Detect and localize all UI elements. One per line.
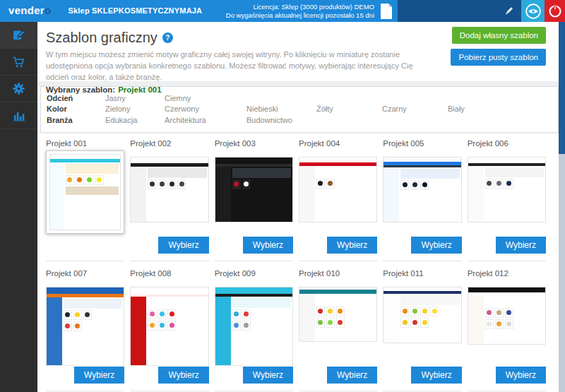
bar-chart-icon <box>12 109 25 122</box>
vendero-logo[interactable]: vendero <box>0 0 51 22</box>
filter-row: BranżaEdukacjaArchitekturaBudownictwo <box>47 114 558 126</box>
filter-option[interactable]: Żółty <box>316 105 382 113</box>
edit-pencil-icon[interactable] <box>496 0 521 22</box>
thumbnail-product-dot <box>67 177 72 182</box>
select-template-button[interactable]: Wybierz <box>158 367 208 384</box>
thumbnail-product-dot <box>506 310 511 315</box>
select-template-button[interactable]: Wybierz <box>74 367 124 384</box>
template-card: Projekt 007Wybierz <box>46 267 124 391</box>
thumbnail-product-dot <box>179 182 184 186</box>
topbar-spacer <box>202 0 226 22</box>
filter-option[interactable]: Architektura <box>165 116 246 124</box>
thumbnail-hero <box>64 299 122 309</box>
select-template-button[interactable]: Wybierz <box>158 237 208 254</box>
thumbnail-product-dot <box>338 320 343 325</box>
filter-row: OdcieńJasnyCiemny <box>47 93 558 104</box>
template-thumbnail[interactable] <box>130 157 208 222</box>
thumbnail-product-dot <box>487 181 492 186</box>
sidebar-item-settings[interactable] <box>0 76 37 102</box>
help-icon[interactable]: ? <box>162 32 173 43</box>
topbar-right-section <box>398 0 565 22</box>
sidebar-item-templates[interactable] <box>0 22 37 49</box>
thumbnail-product-dot <box>170 323 174 328</box>
filter-row: KolorZielonyCzerwonyNiebieskiŻółtyCzarny… <box>47 104 558 115</box>
thumbnail-hero <box>485 167 544 177</box>
shopping-cart-icon <box>12 56 25 69</box>
preview-eye-button[interactable] <box>521 0 545 22</box>
filter-option[interactable]: Budownictwo <box>246 116 316 124</box>
template-thumbnail[interactable] <box>215 287 293 366</box>
thumbnail-product-dot <box>150 323 155 328</box>
sidebar-item-orders[interactable] <box>0 49 37 76</box>
template-thumbnail[interactable] <box>299 157 377 222</box>
template-thumbnail[interactable] <box>383 287 461 343</box>
thumbnail-product-dot <box>403 309 408 314</box>
logo-o-accent: o <box>44 4 51 16</box>
template-thumb-wrap <box>383 157 461 222</box>
thumbnail-product-dot <box>403 320 408 325</box>
page-title: Szablon graficzny <box>46 30 157 46</box>
thumbnail-product-dot <box>318 181 323 186</box>
download-empty-template-button[interactable]: Pobierz pusty szablon <box>451 49 546 66</box>
template-thumbnail[interactable] <box>46 287 124 366</box>
edit-document-icon <box>12 28 25 42</box>
template-thumb-wrap <box>299 287 377 342</box>
thumbnail-content <box>231 297 292 365</box>
select-template-button[interactable]: Wybierz <box>243 237 293 254</box>
thumbnail-content <box>146 167 208 222</box>
select-template-button[interactable]: Wybierz <box>496 237 546 254</box>
template-thumbnail[interactable] <box>299 287 377 342</box>
select-template-button[interactable]: Wybierz <box>243 367 293 384</box>
filter-option[interactable]: Niebieski <box>246 105 316 113</box>
select-template-button[interactable]: Wybierz <box>327 367 377 384</box>
selected-template-label: Wybrany szablon: <box>46 85 115 94</box>
filter-option[interactable]: Czerwony <box>165 105 246 113</box>
template-thumb-wrap <box>130 157 208 222</box>
thumbnail-product-dot <box>87 177 92 182</box>
scrollbar-thumb[interactable] <box>559 22 565 154</box>
template-thumb-wrap <box>215 157 293 222</box>
vertical-scrollbar[interactable] <box>559 22 565 392</box>
template-thumbnail[interactable] <box>468 287 546 345</box>
filter-option[interactable]: Biały <box>448 105 558 113</box>
filter-option[interactable]: Jasny <box>105 94 165 102</box>
template-grid: Projekt 001Projekt 002WybierzProjekt 003… <box>37 133 565 391</box>
filter-option[interactable]: Czarny <box>382 105 448 113</box>
template-thumbnail[interactable] <box>383 157 461 222</box>
thumbnail-band <box>215 158 292 164</box>
select-template-button[interactable]: Wybierz <box>327 237 377 254</box>
template-card: Projekt 011Wybierz <box>383 267 461 391</box>
thumbnail-product-dot <box>77 177 82 182</box>
template-thumbnail[interactable] <box>215 157 293 222</box>
thumbnail-product-dot <box>318 320 323 325</box>
thumbnail-hero <box>148 298 206 308</box>
thumbnail-product-dot <box>160 311 165 316</box>
thumbnail-product-dot <box>422 309 427 314</box>
filter-option[interactable]: Zielony <box>105 105 165 113</box>
thumbnail-product-dot <box>412 320 417 325</box>
filter-option[interactable]: Edukacja <box>105 116 165 124</box>
thumbnail-product-dot <box>150 182 155 186</box>
sidebar-item-stats[interactable] <box>0 102 37 129</box>
template-thumbnail[interactable] <box>49 154 121 230</box>
license-document-icon[interactable] <box>379 3 393 22</box>
filter-option[interactable]: Ciemny <box>165 94 246 102</box>
thumbnail-product-dot <box>244 311 249 316</box>
thumbnail-sidebar <box>299 166 315 222</box>
select-template-button[interactable]: Wybierz <box>411 367 461 384</box>
select-template-button[interactable]: Wybierz <box>496 367 546 384</box>
thumbnail-sidebar <box>468 295 484 344</box>
thumbnail-product-dot <box>328 320 333 325</box>
thumbnail-product-dot <box>328 309 333 314</box>
template-thumbnail[interactable] <box>468 157 546 222</box>
add-own-template-button[interactable]: Dodaj własny szablon <box>452 27 546 44</box>
template-title: Projekt 011 <box>383 267 461 278</box>
template-card: Projekt 005Wybierz <box>383 137 461 261</box>
logout-power-button[interactable] <box>545 0 565 22</box>
thumbnail-content <box>399 294 460 343</box>
thumbnail-content <box>315 166 376 222</box>
template-title: Projekt 005 <box>383 137 461 148</box>
thumbnail-product-dot <box>75 323 80 328</box>
template-thumbnail[interactable] <box>130 287 208 366</box>
select-template-button[interactable]: Wybierz <box>411 237 461 254</box>
